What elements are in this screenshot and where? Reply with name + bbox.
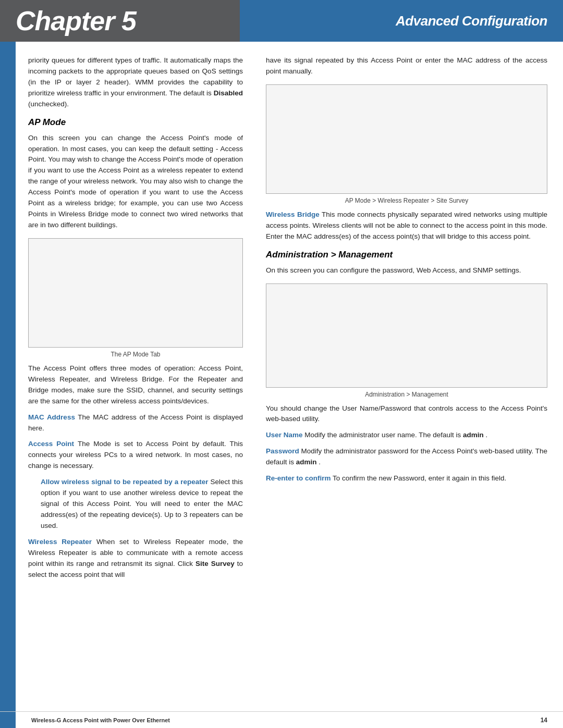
reenter-text: To confirm the new Password, enter it ag… — [333, 474, 506, 482]
site-survey-bold: Site Survey — [195, 560, 235, 567]
ap-mode-para: On this screen you can change the Access… — [28, 133, 243, 231]
mac-address-para: MAC Address The MAC address of the Acces… — [28, 412, 243, 434]
disabled-bold: Disabled — [214, 89, 243, 97]
reenter-para: Re-enter to confirm To confirm the new P… — [266, 473, 547, 484]
admin-change-para: You should change the User Name/Password… — [266, 403, 547, 425]
allow-wireless-para: Allow wireless signal to be repeated by … — [28, 477, 243, 532]
intro-suffix: (unchecked). — [28, 100, 69, 108]
ap-mode-caption: The AP Mode Tab — [28, 351, 243, 358]
header-right: Advanced Configuration — [240, 0, 563, 42]
access-point-para: Access Point The Mode is set to Access P… — [28, 439, 243, 472]
site-survey-image — [266, 84, 547, 194]
user-name-para: User Name Modify the administrator user … — [266, 430, 547, 441]
ap-mode-image — [28, 238, 243, 348]
password-suffix: . — [319, 458, 321, 466]
header-left: Chapter 5 — [0, 0, 240, 42]
page-footer: Wireless-G Access Point with Power Over … — [0, 711, 563, 728]
content-wrapper: priority queues for different types of t… — [0, 42, 563, 728]
site-survey-caption: AP Mode > Wireless Repeater > Site Surve… — [266, 197, 547, 204]
intro-text: priority queues for different types of t… — [28, 56, 243, 97]
admin-heading: Administration > Management — [266, 250, 547, 260]
password-label: Password — [266, 447, 299, 455]
wireless-repeater-label: Wireless Repeater — [28, 538, 92, 546]
intro-paragraph: priority queues for different types of t… — [28, 55, 243, 110]
user-name-text: Modify the administrator user name. The … — [304, 431, 461, 439]
left-blue-bar — [0, 42, 16, 728]
mac-address-label: MAC Address — [28, 413, 75, 421]
wireless-repeater-para: Wireless Repeater When set to Wireless R… — [28, 537, 243, 581]
chapter-title: Chapter 5 — [16, 5, 136, 36]
wireless-bridge-label: Wireless Bridge — [266, 211, 320, 218]
wireless-repeater-cont: have its signal repeated by this Access … — [266, 55, 547, 77]
ap-modes-para: The Access Point offers three modes of o… — [28, 363, 243, 407]
admin-para: On this screen you can configure the pas… — [266, 265, 547, 276]
ap-mode-heading: AP Mode — [28, 117, 243, 128]
access-point-label: Access Point — [28, 440, 74, 448]
admin-image — [266, 283, 547, 388]
user-name-suffix: . — [486, 431, 488, 439]
user-name-label: User Name — [266, 431, 303, 439]
wireless-bridge-para: Wireless Bridge This mode connects physi… — [266, 209, 547, 242]
password-para: Password Modify the administrator passwo… — [266, 446, 547, 468]
footer-page-number: 14 — [541, 717, 547, 724]
admin-caption: Administration > Management — [266, 391, 547, 398]
reenter-label: Re-enter to confirm — [266, 474, 331, 482]
footer-left-text: Wireless-G Access Point with Power Over … — [31, 717, 170, 723]
allow-label: Allow wireless signal to be repeated by … — [41, 478, 208, 486]
user-name-bold: admin — [463, 431, 484, 439]
advanced-config-title: Advanced Configuration — [396, 13, 547, 29]
password-bold: admin — [296, 458, 317, 466]
right-column: have its signal repeated by this Access … — [255, 51, 563, 728]
main-content: priority queues for different types of t… — [16, 42, 563, 728]
page-header: Chapter 5 Advanced Configuration — [0, 0, 563, 42]
left-column: priority queues for different types of t… — [16, 51, 255, 728]
